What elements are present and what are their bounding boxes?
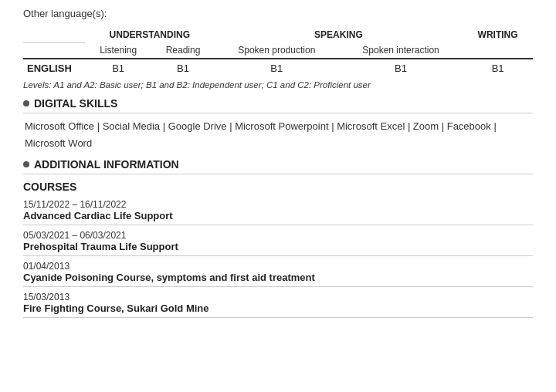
course-date: 01/04/2013 (23, 261, 533, 272)
spoken-production-subheader: Spoken production (215, 42, 339, 59)
understanding-header: UNDERSTANDING (85, 27, 215, 42)
levels-note: Levels: A1 and A2: Basic user; B1 and B2… (23, 80, 533, 90)
additional-information-divider (23, 174, 533, 174)
course-name: Fire Fighting Course, Sukari Gold Mine (23, 302, 533, 314)
speaking-header: SPEAKING (215, 27, 463, 42)
additional-information-title: ADDITIONAL INFORMATION (23, 158, 533, 171)
course-date: 15/11/2022 – 16/11/2022 (23, 199, 533, 210)
digital-skills-title: DIGITAL SKILLS (23, 97, 533, 110)
course-name: Prehospital Trauma Life Support (23, 241, 533, 252)
digital-skills-content: Microsoft Office | Social Media | Google… (25, 118, 533, 152)
spoken-interaction-subheader: Spoken interaction (339, 42, 463, 59)
courses-list: 15/11/2022 – 16/11/2022 Advanced Cardiac… (23, 199, 533, 318)
course-name: Advanced Cardiac Life Support (23, 210, 533, 221)
course-date: 15/03/2013 (23, 292, 533, 302)
spoken-interaction-score: B1 (339, 59, 463, 77)
spoken-production-score: B1 (215, 59, 339, 77)
reading-subheader: Reading (151, 42, 214, 59)
english-row: ENGLISH B1 B1 B1 B1 B1 (23, 59, 533, 77)
additional-information-section: ADDITIONAL INFORMATION (23, 158, 533, 174)
listening-subheader: Listening (85, 42, 151, 59)
digital-skills-section: DIGITAL SKILLS Microsoft Office | Social… (23, 97, 533, 152)
course-item: 15/11/2022 – 16/11/2022 Advanced Cardiac… (23, 199, 533, 225)
course-item: 05/03/2021 – 06/03/2021 Prehospital Trau… (23, 230, 533, 256)
reading-score: B1 (151, 59, 214, 77)
writing-header: WRITING (463, 27, 533, 42)
courses-title: COURSES (23, 181, 533, 193)
digital-skills-divider (23, 113, 533, 113)
other-languages-label: Other language(s): (23, 8, 533, 19)
course-date: 05/03/2021 – 06/03/2021 (23, 230, 533, 241)
listening-score: B1 (85, 59, 151, 77)
course-name: Cyanide Poisoning Course, symptoms and f… (23, 272, 533, 283)
courses-section: COURSES 15/11/2022 – 16/11/2022 Advanced… (23, 181, 533, 318)
language-name: ENGLISH (23, 59, 85, 77)
course-item: 15/03/2013 Fire Fighting Course, Sukari … (23, 292, 533, 318)
language-table: UNDERSTANDING SPEAKING WRITING Listening… (23, 27, 533, 77)
writing-score: B1 (463, 59, 533, 77)
course-item: 01/04/2013 Cyanide Poisoning Course, sym… (23, 261, 533, 287)
